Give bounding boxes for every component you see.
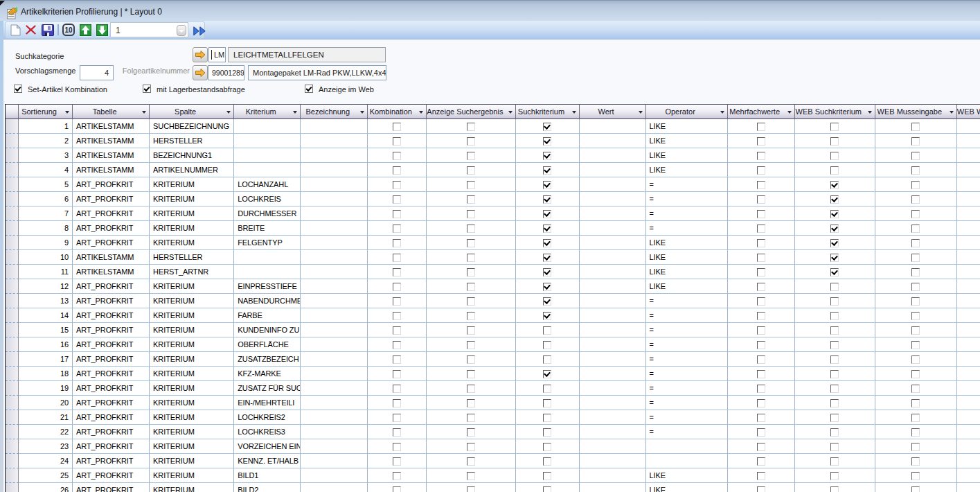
svg-text:10: 10 <box>64 26 73 34</box>
